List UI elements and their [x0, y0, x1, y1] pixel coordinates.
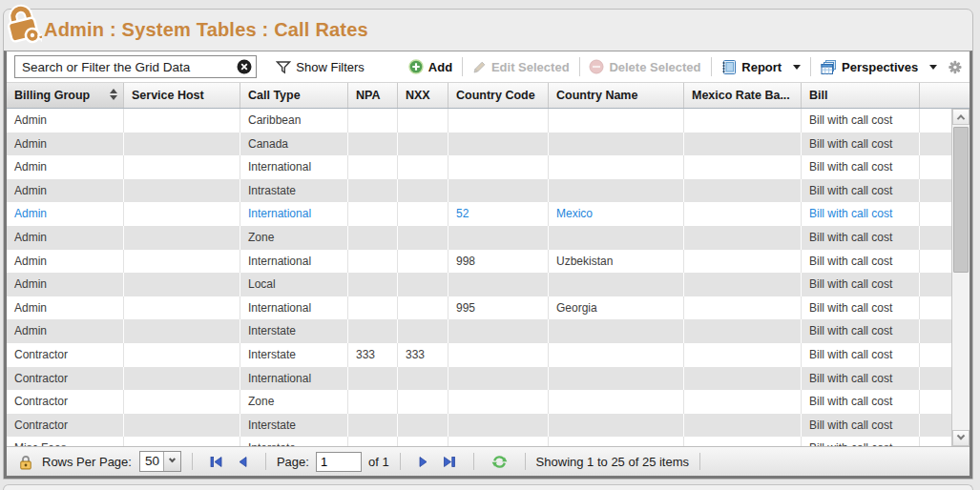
- table-row[interactable]: AdminIntrastateBill with call cost: [7, 179, 951, 203]
- scroll-down-button[interactable]: [952, 430, 970, 446]
- perspectives-menu-button[interactable]: Perspectives: [821, 59, 937, 75]
- cell: [124, 109, 240, 133]
- table-row[interactable]: AdminInternational995GeorgiaBill with ca…: [7, 296, 951, 320]
- cell: [549, 179, 684, 203]
- cell: [448, 273, 549, 296]
- previous-page-button[interactable]: [237, 456, 248, 468]
- column-header-npa[interactable]: NPA: [348, 83, 398, 108]
- search-input[interactable]: [14, 55, 257, 78]
- cell: [348, 109, 398, 133]
- cell: [684, 202, 802, 226]
- cell: [549, 414, 684, 438]
- cell: [348, 133, 398, 156]
- table-row[interactable]: ContractorInterstateBill with call cost: [7, 414, 951, 438]
- cell: [684, 155, 802, 179]
- cell: [348, 319, 398, 343]
- next-page-button[interactable]: [418, 456, 429, 468]
- cell: [348, 179, 398, 203]
- cell: [684, 414, 802, 438]
- table-row[interactable]: AdminInternationalBill with call cost: [7, 155, 951, 179]
- cell: [549, 273, 684, 296]
- filter-icon: [276, 60, 291, 74]
- cell: [348, 296, 398, 320]
- column-header-filler: [920, 83, 970, 108]
- cell: Misc Fees: [7, 437, 124, 446]
- table-row[interactable]: ContractorInternationalBill with call co…: [7, 367, 951, 391]
- gear-icon[interactable]: [949, 59, 962, 75]
- table-row[interactable]: Misc FeesInterstateBill with call cost: [7, 437, 951, 446]
- cell: [348, 250, 398, 274]
- table-row[interactable]: AdminCaribbeanBill with call cost: [7, 109, 951, 133]
- cell: [448, 179, 549, 203]
- add-button[interactable]: Add: [408, 59, 452, 74]
- cell: [684, 343, 802, 367]
- column-header-bill[interactable]: Bill: [802, 83, 920, 108]
- column-header-billing-group[interactable]: Billing Group: [7, 83, 124, 108]
- vertical-scrollbar[interactable]: [951, 109, 970, 446]
- cell: [124, 250, 240, 274]
- cell: [448, 367, 549, 391]
- column-header-country-name[interactable]: Country Name: [549, 83, 684, 108]
- clear-search-icon[interactable]: [237, 59, 252, 74]
- cell: [348, 155, 398, 179]
- table-row[interactable]: AdminZoneBill with call cost: [7, 226, 951, 250]
- column-header-nxx[interactable]: NXX: [398, 83, 448, 108]
- show-filters-button[interactable]: Show Filters: [276, 60, 365, 74]
- cell: [549, 109, 684, 133]
- table-row[interactable]: AdminCanadaBill with call cost: [7, 133, 951, 156]
- cell: [348, 414, 398, 438]
- cell: International: [240, 250, 348, 274]
- table-row[interactable]: AdminInternational998UzbekistanBill with…: [7, 250, 951, 274]
- cell: International: [240, 155, 348, 179]
- cell-filler: [920, 367, 951, 391]
- table-row[interactable]: AdminInternational52MexicoBill with call…: [7, 202, 951, 226]
- delete-selected-button[interactable]: Delete Selected: [589, 59, 700, 74]
- column-header-mexico-rate-ba[interactable]: Mexico Rate Ba...: [684, 83, 802, 108]
- cell-filler: [920, 273, 951, 296]
- cell: Admin: [7, 179, 124, 203]
- cell: [398, 155, 448, 179]
- cell: [398, 296, 448, 320]
- footer-separator: [400, 453, 401, 470]
- report-caret-icon: [793, 65, 801, 70]
- column-header-service-host[interactable]: Service Host: [124, 83, 240, 108]
- cell: [549, 226, 684, 250]
- cell: Bill with call cost: [802, 319, 920, 343]
- perspectives-caret-icon: [929, 65, 937, 70]
- toolbar-separator: [711, 57, 712, 76]
- cell: [124, 226, 240, 250]
- cell: [124, 414, 240, 438]
- table-row[interactable]: AdminInterstateBill with call cost: [7, 319, 951, 343]
- cell: International: [240, 202, 348, 226]
- cell: [448, 226, 549, 250]
- cell: Admin: [7, 155, 124, 179]
- first-page-button[interactable]: [210, 456, 223, 468]
- cell: Admin: [7, 296, 124, 320]
- cell: [684, 133, 802, 156]
- edit-selected-label: Edit Selected: [491, 60, 570, 74]
- cell: [124, 202, 240, 226]
- cell: [448, 155, 549, 179]
- cell: Admin: [7, 319, 124, 343]
- last-page-button[interactable]: [443, 456, 456, 468]
- table-row[interactable]: AdminLocalBill with call cost: [7, 273, 951, 296]
- cell: Contractor: [7, 390, 124, 414]
- cell: [124, 390, 240, 414]
- page-number-input[interactable]: [316, 452, 362, 472]
- grid-body: AdminCaribbeanBill with call costAdminCa…: [7, 109, 970, 446]
- cell-filler: [920, 343, 951, 367]
- scrollbar-thumb[interactable]: [953, 127, 969, 273]
- combo-dropdown-button[interactable]: [163, 452, 180, 471]
- scroll-up-button[interactable]: [952, 109, 970, 125]
- report-menu-button[interactable]: Report: [720, 59, 801, 75]
- cell: Uzbekistan: [549, 250, 684, 274]
- refresh-button[interactable]: [491, 454, 508, 470]
- table-row[interactable]: ContractorZoneBill with call cost: [7, 390, 951, 414]
- rows-per-page-select[interactable]: 50: [139, 451, 181, 472]
- cell-filler: [920, 414, 951, 438]
- edit-selected-button[interactable]: Edit Selected: [472, 60, 570, 74]
- column-header-country-code[interactable]: Country Code: [448, 83, 549, 108]
- table-row[interactable]: ContractorInterstate333333Bill with call…: [7, 343, 951, 367]
- cell-filler: [920, 319, 951, 343]
- column-header-call-type[interactable]: Call Type: [240, 83, 348, 108]
